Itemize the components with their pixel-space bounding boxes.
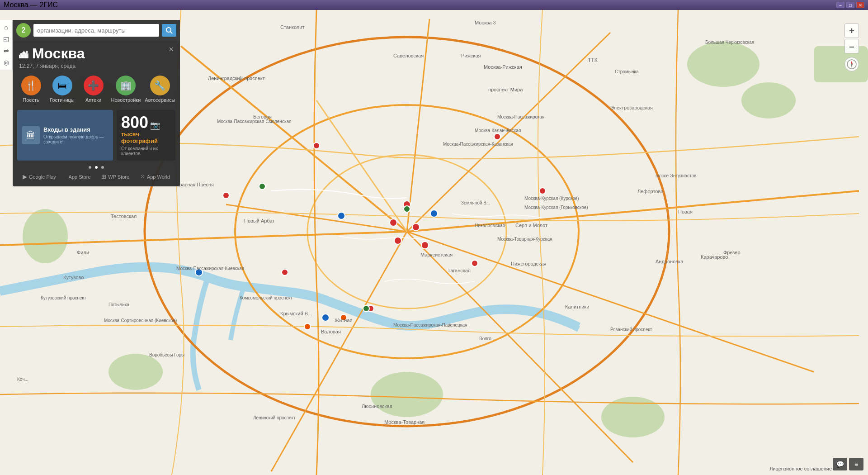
svg-text:Нижегородская: Нижегородская xyxy=(511,261,547,266)
app-links: ▶ Google Play App Store ⊞ WP Store ⁙ App… xyxy=(13,171,180,181)
svg-text:Москва-Товарная: Москва-Товарная xyxy=(384,419,425,425)
compass[interactable] xyxy=(844,57,859,71)
dot-1 xyxy=(89,166,91,169)
zoom-in-button[interactable]: + xyxy=(844,24,859,38)
svg-text:Москва-Курская (Горьковское): Москва-Курская (Горьковское) xyxy=(524,205,588,210)
svg-text:Стромынка: Стромынка xyxy=(615,69,639,74)
entrances-text: Входы в здания Открываем нужную дверь — … xyxy=(43,126,108,145)
category-autoservice[interactable]: 🔧 Автосервисы xyxy=(145,76,175,103)
toolbar-home-button[interactable]: ⌂ xyxy=(1,22,12,33)
category-hotels[interactable]: 🛏 Гостиницы xyxy=(49,76,76,103)
autoservice-icon: 🔧 xyxy=(150,76,170,95)
svg-text:Фили: Фили xyxy=(77,250,89,255)
svg-text:Потылиха: Потылиха xyxy=(108,302,130,307)
close-button[interactable]: ✕ xyxy=(856,2,864,8)
dots-indicator xyxy=(13,164,180,171)
svg-text:Москва-Пассажирская-Киевская: Москва-Пассажирская-Киевская xyxy=(176,266,244,271)
cat-newbuildings-label: Новостройки xyxy=(111,97,141,103)
maximize-button[interactable]: □ xyxy=(846,2,854,8)
license-link[interactable]: Лицензионное соглашение xyxy=(769,466,832,471)
svg-text:Савёловская: Савёловская xyxy=(393,53,424,58)
eat-icon: 🍴 xyxy=(21,76,41,95)
svg-text:проспект Мира: проспект Мира xyxy=(488,87,523,92)
svg-point-18 xyxy=(313,142,320,149)
svg-point-86 xyxy=(166,28,171,32)
panel-close-button[interactable]: × xyxy=(169,45,174,53)
svg-text:Новая: Новая xyxy=(678,209,693,214)
titlebar: Москва — 2ГИС – □ ✕ xyxy=(0,0,868,10)
promo-entrances[interactable]: 🏛 Входы в здания Открываем нужную дверь … xyxy=(17,110,113,161)
cat-autoservice-label: Автосервисы xyxy=(145,97,175,103)
photos-count: 800 xyxy=(121,114,148,131)
svg-point-24 xyxy=(338,212,345,219)
panel-city-info: 🏙 Москва 12:27, 7 января, среда xyxy=(19,45,85,69)
google-play-link[interactable]: ▶ Google Play xyxy=(23,173,56,180)
svg-text:Кутузово: Кутузово xyxy=(63,275,84,280)
svg-rect-3 xyxy=(814,46,868,82)
cat-pharmacies-label: Аптеки xyxy=(85,97,101,103)
toolbar-layers-button[interactable]: ◱ xyxy=(1,33,12,44)
svg-text:Кутузовский проспект: Кутузовский проспект xyxy=(41,295,86,300)
search-input[interactable] xyxy=(33,24,159,37)
chat-button[interactable]: 💬 xyxy=(833,458,847,470)
map[interactable]: Станколит Москва 3 Рижская Москва-Рижска… xyxy=(0,10,868,475)
svg-text:Калитники: Калитники xyxy=(565,304,589,309)
hotels-icon: 🛏 xyxy=(52,76,72,95)
category-eat[interactable]: 🍴 Поесть xyxy=(18,76,45,103)
svg-text:Рижская: Рижская xyxy=(461,53,481,58)
svg-point-25 xyxy=(430,210,438,217)
entrances-icon: 🏛 xyxy=(22,126,40,144)
svg-point-5 xyxy=(23,209,68,263)
titlebar-controls: – □ ✕ xyxy=(836,2,864,8)
list-button[interactable]: ≡ xyxy=(849,458,863,470)
entrances-title: Входы в здания xyxy=(43,126,108,134)
svg-text:Большая Черкизовская: Большая Черкизовская xyxy=(705,40,754,45)
app-store-link[interactable]: App Store xyxy=(67,174,91,180)
wp-store-link[interactable]: ⊞ WP Store xyxy=(101,173,129,180)
svg-point-27 xyxy=(322,314,329,321)
svg-text:Коч...: Коч... xyxy=(17,377,28,382)
svg-text:Москва-Пассажирская-Казанская: Москва-Пассажирская-Казанская xyxy=(443,142,513,147)
minimize-button[interactable]: – xyxy=(836,2,844,8)
svg-text:Люсиновская: Люсиновская xyxy=(362,404,392,409)
category-newbuildings[interactable]: 🏢 Новостройки xyxy=(111,76,141,103)
svg-text:шоссе Энтузиастов: шоссе Энтузиастов xyxy=(656,173,696,178)
svg-text:Комсомольский проспект: Комсомольский проспект xyxy=(240,295,293,300)
app-world-link[interactable]: ⁙ App World xyxy=(140,173,170,180)
svg-text:Москва-Пассажирская-Павелецкая: Москва-Пассажирская-Павелецкая xyxy=(393,323,467,328)
svg-text:Москва-Курская (Курское): Москва-Курская (Курское) xyxy=(524,196,579,201)
svg-point-15 xyxy=(394,237,401,244)
svg-text:Житная: Житная xyxy=(335,318,353,323)
pharmacies-icon: ➕ xyxy=(84,76,104,95)
svg-point-1 xyxy=(687,42,760,87)
svg-point-14 xyxy=(412,223,420,231)
svg-text:Электрозаводская: Электрозаводская xyxy=(610,105,653,110)
svg-text:Ленинский проспект: Ленинский проспект xyxy=(253,415,296,420)
panel-date: 12:27, 7 января, среда xyxy=(19,63,85,69)
titlebar-title: Москва — 2ГИС xyxy=(4,1,58,9)
svg-point-13 xyxy=(390,219,397,226)
category-pharmacies[interactable]: ➕ Аптеки xyxy=(80,76,107,103)
svg-text:Рязанский проспект: Рязанский проспект xyxy=(610,327,652,332)
cat-hotels-label: Гостиницы xyxy=(50,97,74,103)
svg-text:Николоямская: Николоямская xyxy=(475,223,505,228)
svg-text:Серп и Молот: Серп и Молот xyxy=(515,223,547,228)
left-toolbar: ⌂ ◱ ⇌ ◎ xyxy=(0,20,13,70)
dot-3 xyxy=(101,166,104,169)
promo-area: 🏛 Входы в здания Открываем нужную дверь … xyxy=(13,106,180,164)
photos-sub: От компаний и их клиентов xyxy=(121,146,171,156)
svg-text:Крымский В...: Крымский В... xyxy=(280,311,312,316)
svg-point-6 xyxy=(108,354,163,390)
search-bar: 2 xyxy=(13,20,180,41)
toolbar-location-button[interactable]: ◎ xyxy=(1,57,12,68)
zoom-out-button[interactable]: – xyxy=(844,39,859,53)
search-button[interactable] xyxy=(162,24,176,37)
svg-text:Таганская: Таганская xyxy=(448,268,471,273)
toolbar-route-button[interactable]: ⇌ xyxy=(1,45,12,56)
category-icons: 🍴 Поесть 🛏 Гостиницы ➕ Аптеки 🏢 Новостро… xyxy=(13,72,180,106)
camera-icon: 📷 xyxy=(150,120,160,130)
promo-photos[interactable]: 800 📷 тысяч фотографий От компаний и их … xyxy=(117,110,175,161)
logo-2gis[interactable]: 2 xyxy=(16,23,31,38)
svg-text:Лефортово: Лефортово xyxy=(637,189,663,194)
svg-point-21 xyxy=(472,260,478,266)
